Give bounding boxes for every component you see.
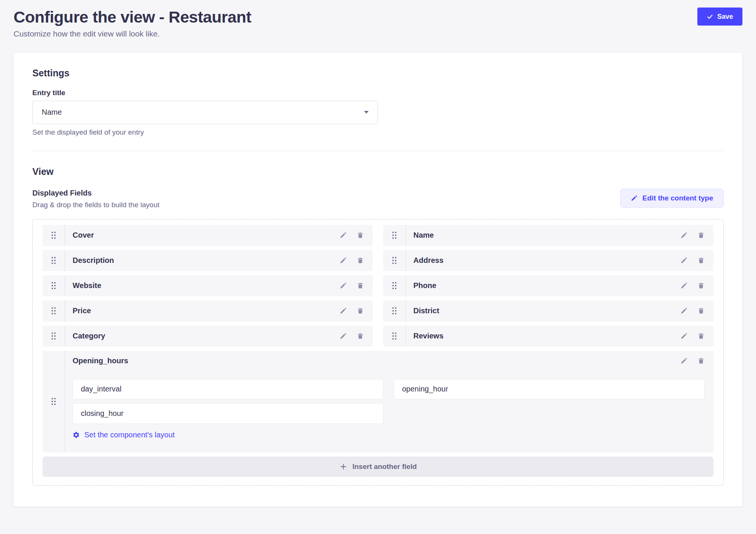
- displayed-fields-subtitle: Drag & drop the fields to build the layo…: [32, 201, 159, 209]
- component-content: Opening_hours day_interval opening_hour: [65, 351, 713, 452]
- trash-icon[interactable]: [357, 332, 364, 340]
- pencil-icon[interactable]: [680, 282, 688, 289]
- subfield-label: closing_hour: [81, 409, 123, 418]
- insert-another-field-label: Insert another field: [352, 463, 417, 471]
- drag-handle-icon[interactable]: [43, 225, 65, 246]
- drag-handle-icon[interactable]: [383, 326, 406, 347]
- section-divider: [32, 151, 724, 151]
- field-row-address[interactable]: Address: [383, 250, 713, 271]
- trash-icon[interactable]: [357, 282, 364, 289]
- pencil-icon[interactable]: [680, 257, 688, 264]
- displayed-fields-header: Displayed Fields Drag & drop the fields …: [32, 189, 724, 209]
- subfield-opening-hour: opening_hour: [394, 379, 704, 399]
- entry-title-label: Entry title: [32, 89, 724, 97]
- pencil-icon[interactable]: [340, 257, 347, 264]
- pencil-icon[interactable]: [340, 307, 347, 314]
- drag-handle-icon[interactable]: [383, 250, 406, 271]
- field-label: Phone: [406, 281, 680, 290]
- field-row-website[interactable]: Website: [43, 275, 373, 296]
- pencil-icon[interactable]: [680, 307, 688, 314]
- fields-grid: Cover Name: [43, 225, 713, 477]
- trash-icon[interactable]: [698, 232, 704, 239]
- configure-view-card: Settings Entry title Name Set the displa…: [14, 53, 742, 507]
- trash-icon[interactable]: [357, 257, 364, 264]
- trash-icon[interactable]: [357, 232, 364, 239]
- field-row-phone[interactable]: Phone: [383, 275, 713, 296]
- component-subfields: day_interval opening_hour closing_hour: [73, 379, 704, 424]
- drag-handle-icon[interactable]: [43, 326, 65, 347]
- entry-title-hint: Set the displayed field of your entry: [32, 128, 724, 137]
- entry-title-select-value: Name: [42, 108, 62, 117]
- set-component-layout-link[interactable]: Set the component's layout: [73, 431, 175, 439]
- drag-handle-icon[interactable]: [43, 300, 65, 322]
- field-label: Cover: [65, 231, 340, 240]
- field-row-category[interactable]: Category: [43, 326, 373, 347]
- subfield-label: opening_hour: [402, 385, 448, 393]
- field-row-name[interactable]: Name: [383, 225, 713, 246]
- component-row-opening-hours[interactable]: Opening_hours day_interval opening_hour: [43, 351, 713, 452]
- field-row-district[interactable]: District: [383, 300, 713, 322]
- field-label: Category: [65, 332, 340, 340]
- gear-icon: [73, 431, 80, 438]
- component-name: Opening_hours: [73, 357, 128, 365]
- drag-handle-icon[interactable]: [383, 300, 406, 322]
- pencil-icon[interactable]: [340, 332, 347, 340]
- field-label: Address: [406, 256, 680, 265]
- field-row-cover[interactable]: Cover: [43, 225, 373, 246]
- drag-handle-icon[interactable]: [43, 351, 65, 452]
- page-subtitle: Customize how the edit view will look li…: [14, 29, 251, 38]
- trash-icon[interactable]: [698, 357, 704, 364]
- subfield-closing-hour: closing_hour: [73, 404, 383, 424]
- subfield-label: day_interval: [81, 385, 121, 393]
- fields-dropzone: Cover Name: [32, 219, 724, 485]
- save-button[interactable]: Save: [697, 8, 742, 26]
- displayed-fields-text: Displayed Fields Drag & drop the fields …: [32, 189, 159, 209]
- pencil-icon[interactable]: [340, 282, 347, 289]
- displayed-fields-title: Displayed Fields: [32, 189, 159, 197]
- drag-handle-icon[interactable]: [383, 225, 406, 246]
- edit-content-type-button[interactable]: Edit the content type: [620, 189, 724, 208]
- drag-handle-icon[interactable]: [43, 250, 65, 271]
- trash-icon[interactable]: [357, 307, 364, 314]
- check-icon: [707, 14, 713, 20]
- field-label: Website: [65, 281, 340, 290]
- pencil-icon[interactable]: [340, 232, 347, 239]
- trash-icon[interactable]: [698, 257, 704, 264]
- set-component-layout-label: Set the component's layout: [84, 431, 175, 439]
- field-label: Description: [65, 256, 340, 265]
- field-row-price[interactable]: Price: [43, 300, 373, 322]
- field-label: Price: [65, 306, 340, 315]
- entry-title-select[interactable]: Name: [32, 101, 378, 124]
- trash-icon[interactable]: [698, 282, 704, 289]
- trash-icon[interactable]: [698, 307, 704, 314]
- page-title: Configure the view - Restaurant: [14, 8, 251, 27]
- page-header-text: Configure the view - Restaurant Customiz…: [14, 8, 251, 38]
- drag-handle-icon[interactable]: [43, 275, 65, 296]
- edit-content-type-label: Edit the content type: [642, 194, 713, 202]
- pencil-icon[interactable]: [680, 232, 688, 239]
- pencil-icon: [631, 195, 638, 202]
- plus-icon: [339, 463, 348, 471]
- page-header: Configure the view - Restaurant Customiz…: [0, 0, 756, 38]
- subfield-day-interval: day_interval: [73, 379, 383, 399]
- field-row-description[interactable]: Description: [43, 250, 373, 271]
- settings-heading: Settings: [32, 68, 724, 79]
- view-heading: View: [32, 166, 724, 177]
- field-label: Reviews: [406, 332, 680, 340]
- drag-handle-icon[interactable]: [383, 275, 406, 296]
- chevron-down-icon: [364, 111, 369, 114]
- pencil-icon[interactable]: [680, 332, 688, 340]
- pencil-icon[interactable]: [680, 357, 688, 364]
- save-button-label: Save: [717, 13, 733, 21]
- component-head: Opening_hours: [73, 357, 704, 365]
- trash-icon[interactable]: [698, 332, 704, 340]
- field-row-reviews[interactable]: Reviews: [383, 326, 713, 347]
- insert-another-field-button[interactable]: Insert another field: [43, 457, 713, 477]
- field-label: Name: [406, 231, 680, 240]
- field-label: District: [406, 306, 680, 315]
